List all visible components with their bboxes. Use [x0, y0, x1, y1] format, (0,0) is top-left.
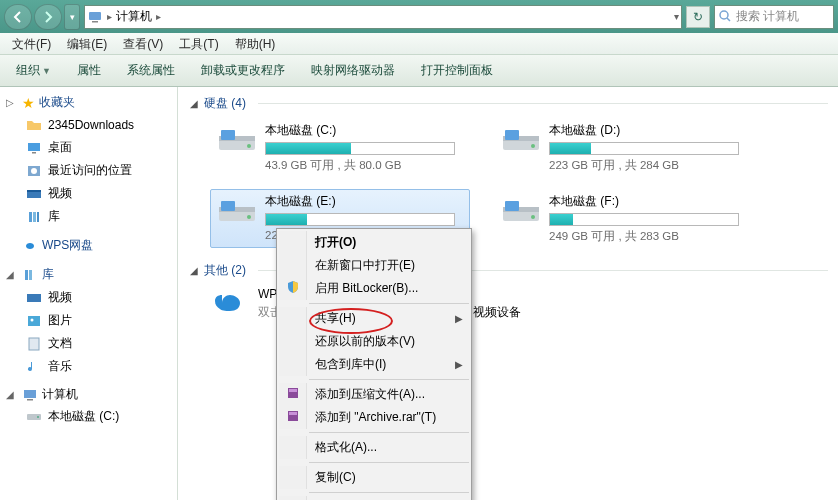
computer-icon: [87, 9, 103, 25]
sidebar-libraries-header[interactable]: ◢ 库: [0, 263, 177, 286]
drive-capacity-bar: [265, 142, 455, 155]
tool-organize[interactable]: 组织▼: [6, 58, 61, 83]
svg-rect-39: [289, 389, 297, 392]
drive-item[interactable]: 本地磁盘 (C:)43.9 GB 可用 , 共 80.0 GB: [210, 118, 470, 177]
rar-icon: [286, 386, 300, 403]
video-icon: [26, 290, 42, 306]
ctx-format[interactable]: 格式化(A)...: [279, 436, 469, 459]
folder-icon: [26, 117, 42, 133]
address-bar[interactable]: ▸ 计算机 ▸ ▾: [84, 5, 682, 29]
tool-system-properties[interactable]: 系统属性: [117, 58, 185, 83]
drive-free-text: 223 GB 可用 , 共 284 GB: [549, 158, 749, 173]
sidebar-drive-c[interactable]: 本地磁盘 (C:): [0, 405, 177, 428]
ctx-add-to-rar[interactable]: 添加到 "Archive.rar"(T): [279, 406, 469, 429]
menu-file[interactable]: 文件(F): [4, 33, 59, 54]
ctx-include[interactable]: 包含到库中(I)▶: [279, 353, 469, 376]
context-menu: 打开(O) 在新窗口中打开(E) 启用 BitLocker(B)... 共享(H…: [276, 228, 472, 500]
drive-info: 本地磁盘 (F:)249 GB 可用 , 共 283 GB: [549, 193, 749, 244]
tool-control-panel[interactable]: 打开控制面板: [411, 58, 503, 83]
sidebar-item-desktop[interactable]: 桌面: [0, 136, 177, 159]
svg-rect-13: [29, 270, 32, 280]
sidebar-lib-music[interactable]: 音乐: [0, 355, 177, 378]
svg-rect-10: [33, 212, 36, 222]
drive-name: 本地磁盘 (C:): [265, 122, 465, 139]
dropdown-icon: ▼: [42, 66, 51, 76]
chevron-icon: ◢: [6, 269, 18, 280]
menubar: 文件(F) 编辑(E) 查看(V) 工具(T) 帮助(H): [0, 33, 838, 55]
menu-view[interactable]: 查看(V): [115, 33, 171, 54]
refresh-icon: ↻: [693, 10, 703, 24]
submenu-item[interactable]: 视频设备: [473, 304, 521, 321]
svg-rect-33: [221, 201, 235, 211]
svg-rect-8: [27, 190, 41, 192]
menu-edit[interactable]: 编辑(E): [59, 33, 115, 54]
ctx-new-window[interactable]: 在新窗口中打开(E): [279, 254, 469, 277]
svg-rect-4: [32, 152, 36, 154]
svg-rect-3: [28, 143, 40, 151]
drive-free-text: 249 GB 可用 , 共 283 GB: [549, 229, 749, 244]
chevron-icon: ◢: [6, 389, 18, 400]
drive-icon: [499, 193, 543, 233]
ctx-restore[interactable]: 还原以前的版本(V): [279, 330, 469, 353]
ctx-add-archive[interactable]: 添加到压缩文件(A)...: [279, 383, 469, 406]
ctx-copy[interactable]: 复制(C): [279, 466, 469, 489]
back-button[interactable]: [4, 4, 32, 30]
search-input[interactable]: 搜索 计算机: [714, 5, 834, 29]
sidebar-lib-pictures[interactable]: 图片: [0, 309, 177, 332]
computer-icon: [22, 387, 38, 403]
svg-rect-11: [37, 212, 39, 222]
svg-point-16: [31, 318, 34, 321]
drive-item[interactable]: 本地磁盘 (D:)223 GB 可用 , 共 284 GB: [494, 118, 754, 177]
tool-properties[interactable]: 属性: [67, 58, 111, 83]
chevron-icon: ◢: [190, 98, 198, 109]
svg-rect-12: [25, 270, 28, 280]
divider: [309, 303, 469, 304]
svg-rect-14: [27, 294, 41, 302]
drive-icon: [215, 122, 259, 162]
tool-uninstall[interactable]: 卸载或更改程序: [191, 58, 295, 83]
wps-icon: [22, 238, 38, 254]
sidebar-wps-header[interactable]: WPS网盘: [0, 234, 177, 257]
dropdown-icon[interactable]: ▾: [674, 11, 679, 22]
ctx-share[interactable]: 共享(H)▶: [279, 307, 469, 330]
tool-map-drive[interactable]: 映射网络驱动器: [301, 58, 405, 83]
sidebar-item-library[interactable]: 库: [0, 205, 177, 228]
sidebar-lib-video[interactable]: 视频: [0, 286, 177, 309]
shield-icon: [286, 280, 300, 297]
svg-rect-0: [89, 12, 101, 20]
sidebar-item-downloads[interactable]: 2345Downloads: [0, 114, 177, 136]
recent-icon: [26, 163, 42, 179]
refresh-button[interactable]: ↻: [686, 6, 710, 28]
library-icon: [22, 267, 38, 283]
drive-name: 本地磁盘 (D:): [549, 122, 749, 139]
svg-point-36: [531, 215, 535, 219]
sidebar-item-video[interactable]: 视频: [0, 182, 177, 205]
svg-point-21: [37, 416, 39, 418]
menu-tools[interactable]: 工具(T): [171, 33, 226, 54]
ctx-shortcut[interactable]: 创建快捷方式(S): [279, 496, 469, 500]
svg-rect-41: [289, 412, 297, 415]
svg-point-2: [720, 11, 728, 19]
sidebar-lib-documents[interactable]: 文档: [0, 332, 177, 355]
svg-point-24: [247, 144, 251, 148]
breadcrumb-sep: ▸: [107, 11, 112, 22]
sidebar-favorites-header[interactable]: ▷ ★ 收藏夹: [0, 91, 177, 114]
drive-capacity-bar: [549, 142, 739, 155]
section-disks-header[interactable]: ◢ 硬盘 (4): [188, 95, 828, 112]
sidebar-item-recent[interactable]: 最近访问的位置: [0, 159, 177, 182]
forward-icon: [42, 11, 54, 23]
ctx-bitlocker[interactable]: 启用 BitLocker(B)...: [279, 277, 469, 300]
search-icon: [719, 10, 732, 23]
music-icon: [26, 359, 42, 375]
menu-help[interactable]: 帮助(H): [227, 33, 284, 54]
search-placeholder: 搜索 计算机: [736, 8, 799, 25]
ctx-open[interactable]: 打开(O): [279, 231, 469, 254]
forward-button[interactable]: [34, 4, 62, 30]
drive-icon: [499, 122, 543, 162]
sidebar-computer-header[interactable]: ◢ 计算机: [0, 384, 177, 405]
back-icon: [12, 11, 24, 23]
drive-item[interactable]: 本地磁盘 (F:)249 GB 可用 , 共 283 GB: [494, 189, 754, 248]
breadcrumb-location[interactable]: 计算机: [116, 8, 152, 25]
history-dropdown[interactable]: ▾: [64, 4, 80, 30]
drive-name: 本地磁盘 (F:): [549, 193, 749, 210]
